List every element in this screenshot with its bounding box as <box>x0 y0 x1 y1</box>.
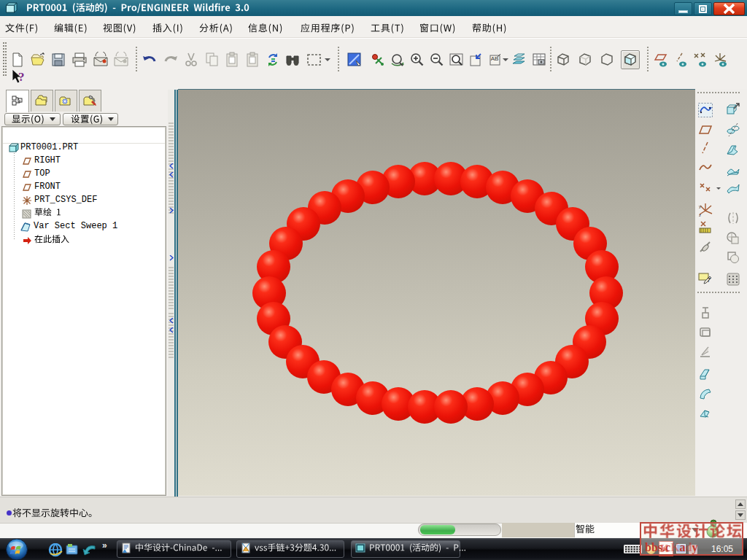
svg-text:AB: AB <box>491 55 499 62</box>
svg-text:7: 7 <box>707 276 711 284</box>
svg-text:y: y <box>699 204 701 209</box>
svg-text:?: ? <box>18 70 25 84</box>
svg-text:z: z <box>699 213 701 217</box>
